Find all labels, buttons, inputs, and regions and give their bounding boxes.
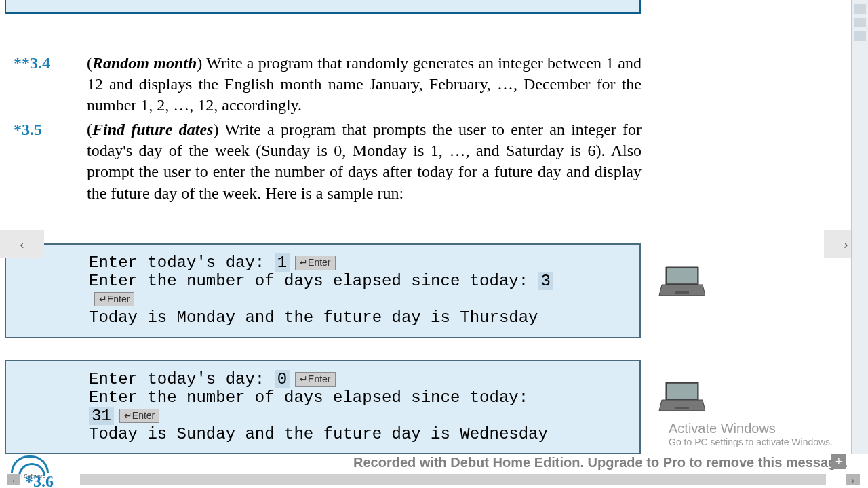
enter-key-icon: ↵Enter	[119, 409, 159, 424]
sidebar-blip	[854, 18, 866, 27]
console-line: Enter today's day: 1↵Enter	[89, 254, 557, 272]
debut-watermark: Recorded with Debut Home Edition. Upgrad…	[353, 455, 848, 470]
laptop-icon	[658, 380, 705, 413]
prompt-text: Enter the number of days elapsed since t…	[89, 388, 528, 407]
svg-rect-3	[675, 291, 689, 294]
prompt-text: Enter the number of days elapsed since t…	[89, 272, 538, 290]
enter-key-icon: ↵Enter	[295, 256, 335, 270]
sidebar-blip	[854, 31, 866, 41]
top-empty-box	[5, 0, 641, 14]
page-root: **3.4 (Random month) Write a program tha…	[0, 0, 868, 488]
sidebar-blip	[854, 4, 866, 14]
chevron-left-icon: ‹	[12, 475, 15, 485]
enter-key-icon: ↵Enter	[94, 292, 134, 307]
user-input: 0	[275, 370, 290, 388]
prompt-text: Enter today's day:	[89, 253, 275, 272]
console-sample-2: Enter today's day: 0↵Enter Enter the num…	[5, 360, 641, 455]
prompt-text: Enter today's day:	[89, 370, 275, 388]
windows-activation-watermark: Activate Windows Go to PC settings to ac…	[669, 421, 833, 447]
exercise-number: **3.4	[14, 53, 50, 74]
chevron-right-icon: ›	[852, 475, 854, 485]
exercise-body: (Find future dates) Write a program that…	[87, 119, 642, 204]
plus-icon: +	[835, 455, 842, 469]
console-line: Today is Sunday and the future day is We…	[89, 426, 557, 444]
console-line: Enter the number of days elapsed since t…	[89, 389, 557, 426]
user-input: 3	[538, 272, 553, 290]
svg-marker-1	[667, 268, 697, 283]
enter-key-icon: ↵Enter	[295, 372, 335, 387]
bottom-bar: NCH Software Recorded with Debut Home Ed…	[0, 454, 868, 488]
chevron-left-icon: ‹	[20, 235, 24, 253]
console-line: Enter the number of days elapsed since t…	[89, 272, 557, 309]
console-sample-1: Enter today's day: 1↵Enter Enter the num…	[5, 243, 641, 338]
watermark-title: Activate Windows	[669, 421, 833, 436]
exercise-number-partial: *3.6	[25, 472, 54, 488]
chevron-right-icon: ›	[844, 235, 848, 253]
console-line: Enter today's day: 0↵Enter	[89, 371, 557, 389]
timeline-prev-button[interactable]: ‹	[7, 474, 20, 485]
svg-rect-7	[675, 407, 689, 409]
watermark-subtitle: Go to PC settings to activate Windows.	[669, 436, 833, 447]
user-input: 31	[89, 407, 114, 425]
laptop-icon	[658, 264, 705, 298]
svg-marker-5	[667, 384, 697, 399]
exercise-body: (Random month) Write a program that rand…	[87, 53, 642, 117]
user-input: 1	[275, 253, 290, 272]
timeline-scrub[interactable]	[80, 474, 826, 485]
exercise-title: Random month	[92, 54, 197, 72]
console-line: Today is Monday and the future day is Th…	[89, 309, 557, 327]
right-sidebar-strip	[851, 0, 868, 488]
prev-page-button[interactable]: ‹	[0, 230, 44, 258]
timeline-next-button[interactable]: ›	[846, 474, 860, 485]
exercise-number: *3.5	[14, 119, 42, 140]
add-button[interactable]: +	[831, 454, 846, 469]
exercise-title: Find future dates	[92, 121, 213, 138]
